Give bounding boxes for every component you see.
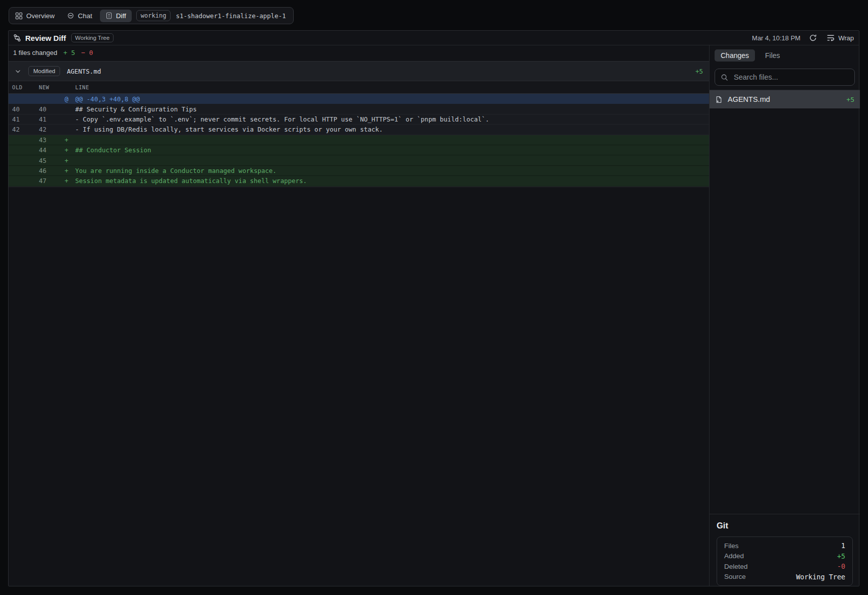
git-stat-value: +5	[837, 552, 845, 560]
text-wrap-icon	[827, 34, 835, 42]
column-new-label: NEW	[39, 84, 65, 90]
files-changed-label: 1 files changed	[13, 49, 57, 56]
diff-file-icon	[105, 12, 113, 19]
git-stat-label: Source	[724, 573, 746, 580]
git-stat-label: Files	[724, 542, 739, 550]
file-additions-count: +5	[695, 68, 703, 75]
branch-name: s1-shadower1-finalize-apple-1	[176, 12, 286, 20]
git-compare-icon	[13, 34, 21, 42]
git-stat-label: Deleted	[724, 563, 748, 570]
diff-pane: 1 files changed + 5 − 0 Modified AGENTS.…	[9, 45, 709, 586]
search-icon	[721, 74, 728, 81]
tab-diff[interactable]: Diff	[100, 10, 132, 22]
diff-line-added: 46+You are running inside a Conductor ma…	[9, 166, 709, 176]
tab-diff-label: Diff	[116, 12, 126, 20]
changed-file-list: AGENTS.md +5	[710, 90, 860, 108]
sidebar-tabs: Changes Files	[710, 45, 860, 62]
git-stat-row: SourceWorking Tree	[717, 572, 852, 582]
diff-line-added: 44+## Conductor Session	[9, 145, 709, 155]
diff-line-context: 4242- If using DB/Redis locally, start s…	[9, 125, 709, 135]
tab-chat-label: Chat	[78, 12, 92, 20]
diff-filename: AGENTS.md	[67, 68, 101, 75]
page-title: Review Diff	[25, 34, 66, 42]
git-section: Git Files1Added+5Deleted-0SourceWorking …	[710, 514, 860, 586]
panel-header: Review Diff Working Tree Mar 4, 10:18 PM	[9, 31, 859, 45]
timestamp: Mar 4, 10:18 PM	[752, 34, 800, 42]
working-tree-badge: Working Tree	[71, 33, 114, 42]
git-stat-label: Added	[724, 552, 744, 560]
search-input[interactable]	[733, 73, 849, 82]
diff-line-added: 47+Session metadata is updated automatic…	[9, 176, 709, 186]
additions-count: + 5	[63, 49, 75, 56]
file-name: AGENTS.md	[728, 95, 770, 103]
git-stat-value: -0	[837, 562, 845, 570]
working-status-badge: working	[136, 10, 171, 21]
diff-line-added: 45+	[9, 155, 709, 165]
tab-overview-label: Overview	[26, 12, 55, 20]
wrap-toggle-button[interactable]: Wrap	[827, 34, 854, 42]
git-stat-value: Working Tree	[796, 573, 845, 581]
chevron-down-icon[interactable]	[15, 68, 21, 75]
tab-chat[interactable]: Chat	[67, 12, 92, 20]
git-stat-value: 1	[841, 542, 845, 550]
git-stat-row: Files1	[717, 541, 852, 551]
file-diff-header[interactable]: Modified AGENTS.md +5	[9, 61, 709, 81]
git-stat-row: Deleted-0	[717, 561, 852, 572]
chat-icon	[67, 12, 74, 19]
git-stat-row: Added+5	[717, 551, 852, 562]
git-heading: Git	[710, 514, 860, 530]
refresh-icon	[809, 34, 817, 42]
list-item[interactable]: AGENTS.md +5	[710, 90, 860, 108]
tab-files[interactable]: Files	[759, 49, 786, 62]
grid-icon	[15, 12, 23, 20]
deletions-count: − 0	[81, 49, 93, 56]
tab-changes[interactable]: Changes	[715, 49, 755, 62]
file-search-box	[715, 69, 855, 86]
top-tab-bar: Overview Chat Diff working s1-shadower1-…	[9, 7, 294, 24]
file-diff-card: Modified AGENTS.md +5 OLD NEW LINE @@@ -…	[9, 61, 709, 187]
diff-column-header: OLD NEW LINE	[9, 81, 709, 94]
tab-overview[interactable]: Overview	[15, 12, 55, 20]
column-old-label: OLD	[9, 84, 39, 90]
column-line-label: LINE	[75, 84, 709, 90]
diff-line-context: 4040## Security & Configuration Tips	[9, 104, 709, 114]
file-icon	[715, 96, 723, 103]
wrap-label: Wrap	[838, 34, 854, 42]
diff-line-hunk: @@@ -40,3 +40,8 @@	[9, 94, 709, 104]
diff-stats-bar: 1 files changed + 5 − 0	[9, 45, 709, 60]
sidebar: Changes Files AGENTS.md +5 Git Files1Add…	[709, 45, 860, 586]
refresh-button[interactable]	[809, 34, 817, 42]
diff-line-context: 4141- Copy `.env.example` to `.env`; nev…	[9, 114, 709, 125]
git-stats-box: Files1Added+5Deleted-0SourceWorking Tree	[717, 537, 853, 586]
diff-rows: @@@ -40,3 +40,8 @@4040## Security & Conf…	[9, 94, 709, 187]
diff-line-added: 43+	[9, 135, 709, 145]
modified-status-badge: Modified	[28, 66, 60, 76]
file-additions: +5	[846, 96, 854, 103]
review-diff-panel: Review Diff Working Tree Mar 4, 10:18 PM	[8, 30, 859, 586]
